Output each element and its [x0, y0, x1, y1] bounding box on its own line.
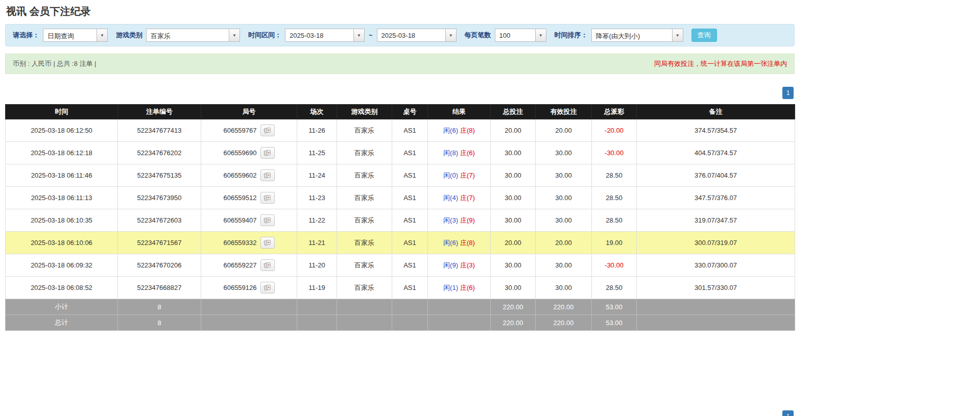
cell-payout: 28.50: [592, 277, 637, 299]
cell-total-bet[interactable]: 30.00: [491, 277, 536, 299]
result-player: 闲(0): [443, 172, 458, 179]
cell-total-bet[interactable]: 30.00: [491, 254, 536, 277]
view-cards-button[interactable]: [260, 237, 275, 249]
page-size-select[interactable]: 100 ▼: [495, 29, 546, 42]
cell-round-id: 606559512: [201, 187, 297, 209]
page-size-value: 100: [495, 29, 535, 41]
pagination-bottom: 1: [782, 410, 794, 416]
result-banker: 庄(8): [460, 239, 475, 247]
cell-note: 300.07/319.07: [637, 232, 795, 254]
cards-icon: [264, 239, 272, 246]
view-cards-button[interactable]: [260, 214, 275, 226]
footer-cell: [428, 315, 491, 331]
cell-note: 347.57/376.07: [637, 187, 795, 209]
cell-result: 闲(4)庄(7): [428, 187, 491, 209]
range-separator: ~: [369, 32, 373, 39]
column-header: 场次: [297, 105, 337, 119]
chevron-down-icon[interactable]: ▼: [672, 29, 683, 41]
page-button-1[interactable]: 1: [782, 410, 794, 416]
cell-total-bet[interactable]: 30.00: [491, 164, 536, 187]
cell-payout: -30.00: [592, 254, 637, 277]
cell-game-type: 百家乐: [337, 232, 392, 254]
query-type-select[interactable]: 日期查询 ▼: [43, 29, 108, 42]
cell-valid-bet: 30.00: [536, 187, 592, 209]
cell-total-bet[interactable]: 20.00: [491, 119, 536, 142]
cell-payout: -30.00: [592, 142, 637, 164]
date-from-select[interactable]: 2025-03-18 ▼: [285, 29, 365, 42]
footer-cell: [428, 299, 491, 315]
footer-cell: 53.00: [592, 315, 637, 331]
column-header: 总派彩: [592, 105, 637, 119]
chevron-down-icon[interactable]: ▼: [229, 29, 240, 41]
cell-valid-bet: 30.00: [536, 164, 592, 187]
result-player: 闲(3): [443, 216, 458, 224]
view-cards-button[interactable]: [260, 169, 275, 181]
view-cards-button[interactable]: [260, 259, 275, 271]
result-banker: 庄(8): [460, 127, 475, 134]
pagination-top: 1: [5, 87, 794, 99]
cell-payout: 19.00: [592, 232, 637, 254]
chevron-down-icon[interactable]: ▼: [97, 29, 107, 41]
cell-game-type: 百家乐: [337, 119, 392, 142]
result-banker: 庄(7): [460, 172, 475, 179]
cell-result: 闲(0)庄(7): [428, 164, 491, 187]
cards-icon: [264, 217, 272, 224]
cell-bet-id: 522347673950: [118, 187, 201, 209]
cell-bet-id: 522347672603: [118, 209, 201, 232]
footer-cell: [392, 299, 428, 315]
column-header: 游戏类别: [337, 105, 392, 119]
view-cards-button[interactable]: [260, 282, 275, 293]
column-header: 时间: [6, 105, 118, 119]
view-cards-button[interactable]: [260, 147, 275, 159]
cell-total-bet[interactable]: 30.00: [491, 187, 536, 209]
cell-valid-bet: 20.00: [536, 232, 592, 254]
result-banker: 庄(6): [460, 149, 475, 157]
page-size-label: 每页笔数: [465, 31, 491, 40]
round-id: 606559126: [223, 284, 256, 291]
cell-bet-id: 522347677413: [118, 119, 201, 142]
table-row: 2025-03-18 06:12:50522347677413606559767…: [6, 119, 795, 142]
footer-cell: [637, 299, 795, 315]
cell-payout: 28.50: [592, 187, 637, 209]
view-cards-button[interactable]: [260, 192, 275, 204]
cell-total-bet[interactable]: 30.00: [491, 142, 536, 164]
cell-session: 11-25: [297, 142, 337, 164]
date-to-value: 2025-03-18: [377, 29, 445, 41]
cell-round-id: 606559767: [201, 119, 297, 142]
cell-total-bet[interactable]: 20.00: [491, 232, 536, 254]
cell-bet-id: 522347676202: [118, 142, 201, 164]
cell-note: 330.07/300.07: [637, 254, 795, 277]
cell-session: 11-21: [297, 232, 337, 254]
cell-time: 2025-03-18 06:10:06: [6, 232, 118, 254]
cell-table-no: AS1: [392, 119, 428, 142]
chevron-down-icon[interactable]: ▼: [445, 29, 456, 41]
cell-result: 闲(1)庄(6): [428, 277, 491, 299]
cards-icon: [264, 127, 272, 134]
cards-icon: [264, 284, 272, 291]
search-button[interactable]: 查询: [691, 29, 717, 42]
result-banker: 庄(3): [460, 261, 475, 269]
page-button-1[interactable]: 1: [782, 87, 794, 99]
round-id: 606559332: [223, 239, 256, 247]
column-header: 局号: [201, 105, 297, 119]
chevron-down-icon[interactable]: ▼: [535, 29, 546, 41]
date-to-select[interactable]: 2025-03-18 ▼: [377, 29, 457, 42]
cell-round-id: 606559407: [201, 209, 297, 232]
view-cards-button[interactable]: [260, 125, 275, 136]
chevron-down-icon[interactable]: ▼: [353, 29, 364, 41]
cell-time: 2025-03-18 06:12:50: [6, 119, 118, 142]
cell-time: 2025-03-18 06:10:35: [6, 209, 118, 232]
query-type-label: 请选择：: [13, 31, 39, 40]
bet-records-table: 时间注单编号局号场次游戏类别桌号结果总投注有效投注总派彩备注 2025-03-1…: [5, 104, 795, 331]
sort-select[interactable]: 降幂(由大到小) ▼: [591, 29, 683, 42]
footer-cell: 总计: [6, 315, 118, 331]
column-header: 总投注: [491, 105, 536, 119]
cell-table-no: AS1: [392, 232, 428, 254]
cell-total-bet[interactable]: 30.00: [491, 209, 536, 232]
notice-text: 同局有效投注，统一计算在该局第一张注单内: [654, 59, 787, 68]
filter-group-game-type: 游戏类别 百家乐 ▼: [116, 29, 240, 42]
cell-time: 2025-03-18 06:11:46: [6, 164, 118, 187]
cell-session: 11-26: [297, 119, 337, 142]
table-row: 2025-03-18 06:11:46522347675135606559602…: [6, 164, 795, 187]
game-type-select[interactable]: 百家乐 ▼: [146, 29, 240, 42]
